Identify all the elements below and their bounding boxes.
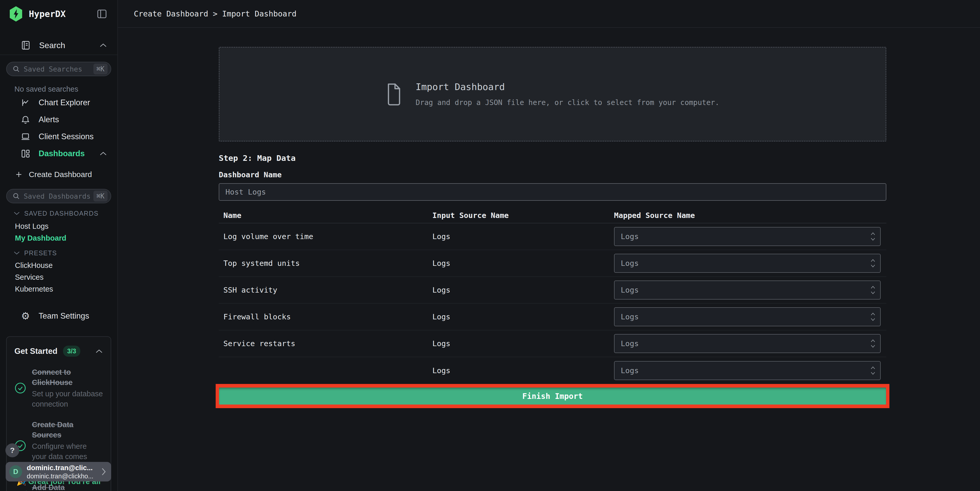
- breadcrumb-create-dashboard[interactable]: Create Dashboard: [134, 9, 208, 18]
- sidebar-item-alerts[interactable]: Alerts: [0, 111, 117, 128]
- breadcrumb: Create Dashboard > Import Dashboard: [118, 0, 980, 28]
- get-started-step[interactable]: Connect to ClickHouse Set up your databa…: [14, 367, 103, 409]
- file-icon: [386, 82, 402, 106]
- row-name: Top systemd units: [219, 259, 432, 268]
- chevron-right-icon: [101, 467, 107, 476]
- sidebar-item-my-dashboard[interactable]: My Dashboard: [0, 232, 117, 244]
- nav-label: Alerts: [38, 115, 59, 124]
- finish-import-button[interactable]: Finish Import: [219, 388, 886, 405]
- row-name: Log volume over time: [219, 232, 432, 241]
- sidebar-item-dashboards[interactable]: Dashboards: [0, 145, 117, 162]
- select-carets-icon: [870, 367, 875, 375]
- sidebar-item-kubernetes[interactable]: Kubernetes: [0, 283, 117, 295]
- sidebar-item-chart-explorer[interactable]: Chart Explorer: [0, 94, 117, 111]
- team-settings-label: Team Settings: [38, 311, 89, 321]
- dropzone-title: Import Dashboard: [415, 81, 719, 92]
- gear-icon: ⚙: [21, 311, 30, 321]
- group-header-label: PRESETS: [24, 249, 57, 257]
- search-section-label: Search: [39, 41, 65, 50]
- header-name: Name: [219, 211, 432, 220]
- app-title: HyperDX: [29, 9, 96, 19]
- divider: [0, 54, 117, 55]
- search-section-icon: [21, 40, 31, 51]
- chevron-up-icon: [99, 151, 107, 156]
- step-title: Connect to ClickHouse: [32, 368, 73, 386]
- bell-icon: [21, 115, 30, 124]
- sidebar-item-search[interactable]: Search: [0, 38, 117, 53]
- breadcrumb-import-dashboard: Import Dashboard: [222, 9, 296, 18]
- create-dashboard-button[interactable]: Create Dashboard: [0, 167, 117, 182]
- nav-label: Chart Explorer: [38, 98, 90, 107]
- dropzone-subtitle: Drag and drop a JSON file here, or click…: [415, 98, 719, 107]
- nav-label: Client Sessions: [38, 132, 94, 141]
- avatar: D: [9, 465, 22, 478]
- selected-value: Logs: [621, 286, 639, 294]
- sidebar-nav: Chart Explorer Alerts Client Sessions: [0, 94, 117, 162]
- import-content: Import Dashboard Drag and drop a JSON fi…: [118, 28, 980, 408]
- selected-value: Logs: [621, 366, 639, 375]
- saved-dashboards-group-header[interactable]: SAVED DASHBOARDS: [13, 210, 117, 217]
- mapped-source-select[interactable]: Logs: [614, 307, 881, 326]
- chevron-down-icon: [13, 251, 20, 255]
- header-input-source: Input Source Name: [432, 211, 614, 220]
- table-header-row: Name Input Source Name Mapped Source Nam…: [219, 211, 886, 223]
- sidebar-item-services[interactable]: Services: [0, 271, 117, 283]
- nav-label: Dashboards: [38, 149, 85, 158]
- row-name: Service restarts: [219, 339, 432, 348]
- no-saved-searches-text: No saved searches: [14, 85, 117, 94]
- row-input-source: Logs: [432, 259, 614, 268]
- header-mapped-source: Mapped Source Name: [614, 211, 886, 220]
- row-input-source: Logs: [432, 366, 614, 375]
- collapse-sidebar-icon[interactable]: [96, 7, 108, 21]
- row-input-source: Logs: [432, 286, 614, 294]
- sidebar-item-clickhouse[interactable]: ClickHouse: [0, 259, 117, 271]
- table-row: Top systemd units Logs Logs: [219, 250, 886, 277]
- user-name: dominic.tran@clic...: [27, 464, 96, 472]
- chevron-down-icon: [13, 211, 20, 215]
- chart-icon: [21, 98, 30, 108]
- mapped-source-select[interactable]: Logs: [614, 281, 881, 300]
- saved-dashboards-input[interactable]: [24, 192, 90, 200]
- presets-list: ClickHouse Services Kubernetes: [0, 259, 117, 295]
- check-circle-icon: [14, 382, 26, 394]
- logo-row: HyperDX: [0, 0, 117, 28]
- row-input-source: Logs: [432, 312, 614, 321]
- dashboard-name-input[interactable]: [219, 183, 886, 201]
- table-row: Log volume over time Logs Logs: [219, 223, 886, 250]
- sidebar-item-team-settings[interactable]: ⚙ Team Settings: [0, 308, 117, 324]
- group-header-label: SAVED DASHBOARDS: [24, 210, 99, 217]
- get-started-progress-badge: 3/3: [63, 346, 80, 357]
- mapped-source-select[interactable]: Logs: [614, 334, 881, 353]
- select-carets-icon: [870, 232, 875, 241]
- select-carets-icon: [870, 339, 875, 348]
- table-row: SSH activity Logs Logs: [219, 277, 886, 303]
- mapping-table: Name Input Source Name Mapped Source Nam…: [219, 211, 886, 384]
- row-name: Firewall blocks: [219, 312, 432, 321]
- select-carets-icon: [870, 313, 875, 321]
- saved-dashboards-searchbox[interactable]: ⌘K: [6, 189, 111, 203]
- saved-searches-input[interactable]: [24, 65, 90, 73]
- get-started-title: Get Started: [14, 346, 57, 356]
- saved-searches-searchbox[interactable]: ⌘K: [6, 62, 111, 76]
- select-carets-icon: [870, 259, 875, 268]
- import-dropzone[interactable]: Import Dashboard Drag and drop a JSON fi…: [219, 47, 886, 141]
- step-2-title: Step 2: Map Data: [219, 153, 886, 163]
- search-icon: [12, 192, 20, 200]
- selected-value: Logs: [621, 232, 639, 241]
- step-subtitle: Set up your database connection: [32, 389, 103, 409]
- sidebar-item-client-sessions[interactable]: Client Sessions: [0, 128, 117, 145]
- mapped-source-select[interactable]: Logs: [614, 254, 881, 273]
- user-profile-chip[interactable]: D dominic.tran@clic... dominic.tran@clic…: [6, 462, 111, 481]
- select-carets-icon: [870, 286, 875, 294]
- sidebar-item-host-logs[interactable]: Host Logs: [0, 220, 117, 232]
- table-row: Service restarts Logs Logs: [219, 331, 886, 357]
- annotation-highlight-box: Finish Import: [216, 384, 889, 408]
- mapped-source-select[interactable]: Logs: [614, 227, 881, 246]
- search-icon: [12, 65, 20, 73]
- plus-icon: [15, 171, 23, 178]
- mapped-source-select[interactable]: Logs: [614, 361, 881, 380]
- hyperdx-logo-icon: [9, 6, 23, 22]
- get-started-header[interactable]: Get Started 3/3: [14, 346, 103, 357]
- help-button[interactable]: ?: [5, 443, 19, 457]
- presets-group-header[interactable]: PRESETS: [13, 249, 117, 256]
